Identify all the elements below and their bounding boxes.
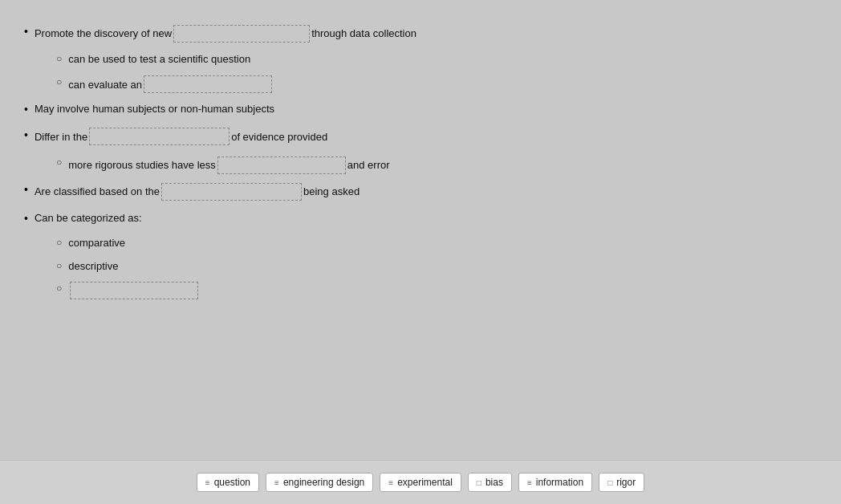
- bullet-text-4: May involve human subjects or non-human …: [35, 102, 274, 116]
- bullet-text-5: Differ in the of evidence provided: [35, 128, 327, 146]
- sub-text-3: more rigorous studies have less and erro…: [68, 156, 389, 174]
- b1-prefix: Promote the discovery of new: [35, 24, 172, 43]
- bullet-7: • Are classified based on the being aske…: [24, 182, 817, 201]
- sub-dot-6: ○: [56, 282, 62, 295]
- chip-experimental-icon: ≡: [388, 478, 393, 487]
- chip-information[interactable]: ≡ information: [518, 473, 592, 492]
- b6-suffix: and error: [347, 156, 390, 174]
- chip-question[interactable]: ≡ question: [197, 473, 259, 492]
- b11-box[interactable]: [70, 282, 198, 299]
- sub-6: ○: [56, 282, 817, 299]
- chip-experimental-label: experimental: [397, 477, 453, 488]
- bullet-dot-7: •: [24, 182, 28, 198]
- sub-dot-1: ○: [56, 52, 62, 66]
- b7-prefix: Are classified based on the: [35, 182, 160, 201]
- b6-box[interactable]: [217, 156, 346, 174]
- chip-engineering-design-label: engineering design: [283, 477, 364, 488]
- b7-suffix: being asked: [303, 182, 360, 201]
- b3-box[interactable]: [144, 75, 272, 93]
- sub-4: ○ comparative: [56, 236, 817, 250]
- bullet-dot-8: •: [24, 211, 28, 227]
- b5-box[interactable]: [89, 128, 230, 145]
- chip-engineering-design[interactable]: ≡ engineering design: [266, 473, 373, 492]
- b1-suffix: through data collection: [311, 24, 416, 43]
- bullet-text-1: Promote the discovery of new through dat…: [35, 24, 416, 43]
- b7-box[interactable]: [161, 183, 302, 201]
- bottom-chip-bar: ≡ question ≡ engineering design ≡ experi…: [0, 460, 841, 504]
- bullet-4: • May involve human subjects or non-huma…: [24, 102, 817, 118]
- chip-bias[interactable]: □ bias: [468, 473, 512, 492]
- chip-rigor[interactable]: □ rigor: [599, 473, 644, 492]
- main-content: • Promote the discovery of new through d…: [24, 24, 817, 456]
- b5-prefix: Differ in the: [35, 128, 87, 146]
- sub-text-2: can evaluate an: [68, 75, 274, 94]
- sub-3: ○ more rigorous studies have less and er…: [56, 156, 817, 174]
- bullet-1: • Promote the discovery of new through d…: [24, 24, 817, 43]
- sub-5: ○ descriptive: [56, 259, 817, 274]
- sub-dot-2: ○: [56, 75, 62, 89]
- chip-engineering-design-icon: ≡: [274, 478, 279, 487]
- chip-information-label: information: [536, 477, 583, 488]
- bullet-dot-4: •: [24, 102, 28, 118]
- bullet-8: • Can be categorized as:: [24, 211, 817, 227]
- bullet-dot-5: •: [24, 128, 28, 144]
- sub-text-1: can be used to test a scientific questio…: [68, 52, 250, 67]
- chip-rigor-label: rigor: [616, 477, 636, 488]
- b6-prefix: more rigorous studies have less: [68, 156, 216, 174]
- bullet-5: • Differ in the of evidence provided: [24, 128, 817, 146]
- sub-text-4: comparative: [68, 236, 125, 250]
- sub-text-5: descriptive: [68, 259, 118, 274]
- sub-dot-3: ○: [56, 156, 62, 169]
- chip-experimental[interactable]: ≡ experimental: [380, 473, 461, 492]
- chip-rigor-icon: □: [607, 478, 612, 487]
- bullet-text-8: Can be categorized as:: [35, 211, 142, 226]
- chip-information-icon: ≡: [527, 478, 532, 487]
- sub-dot-4: ○: [56, 236, 62, 250]
- sub-2: ○ can evaluate an: [56, 75, 817, 94]
- sub-1: ○ can be used to test a scientific quest…: [56, 52, 817, 67]
- bullet-text-7: Are classified based on the being asked: [35, 182, 360, 201]
- b3-prefix: can evaluate an: [68, 75, 142, 94]
- bullet-dot-1: •: [24, 24, 28, 40]
- chip-question-icon: ≡: [205, 478, 210, 487]
- b1-box[interactable]: [173, 25, 310, 43]
- chip-question-label: question: [214, 477, 250, 488]
- chip-bias-label: bias: [486, 477, 503, 488]
- chip-bias-icon: □: [477, 478, 481, 487]
- b5-suffix: of evidence provided: [231, 128, 327, 146]
- sub-dot-5: ○: [56, 259, 62, 273]
